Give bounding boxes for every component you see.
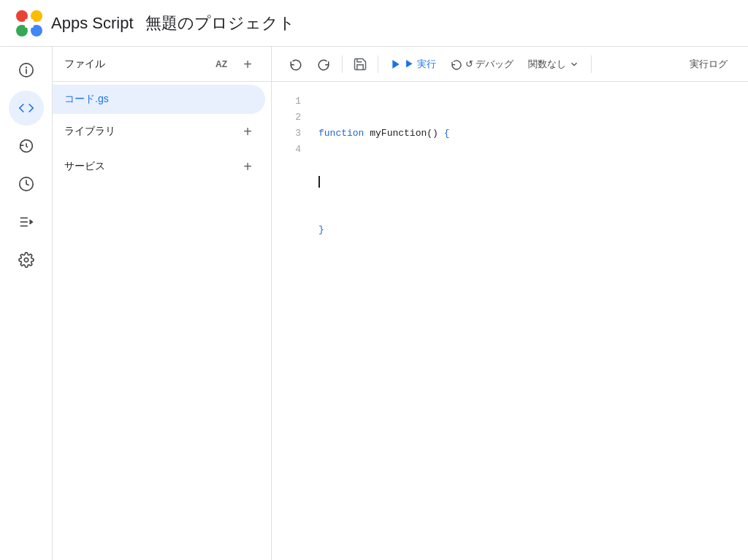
exec-log-button[interactable]: 実行ログ bbox=[681, 53, 736, 76]
main-layout: ファイル AZ + コード.gs ライブラリ + サービス bbox=[0, 47, 748, 560]
add-file-icon: + bbox=[243, 57, 252, 72]
sidebar-item-settings[interactable] bbox=[9, 242, 44, 277]
gear-icon bbox=[18, 252, 34, 268]
line-numbers: 1 2 3 4 bbox=[272, 82, 307, 560]
app-name: Apps Script bbox=[51, 14, 134, 33]
sidebar-item-editor[interactable] bbox=[9, 91, 44, 126]
sidebar-item-run[interactable] bbox=[9, 204, 44, 239]
project-name: 無題のプロジェクト bbox=[145, 12, 295, 34]
sort-az-label: AZ bbox=[215, 59, 227, 69]
line-num-3: 3 bbox=[283, 126, 301, 142]
toolbar-divider-2 bbox=[378, 55, 378, 73]
add-library-icon: + bbox=[243, 124, 252, 139]
toolbar-divider-3 bbox=[591, 55, 592, 73]
editor-area: ▶ 実行 ↺ デバッグ 関数なし 実行ログ bbox=[272, 47, 748, 560]
line-num-2: 2 bbox=[283, 110, 301, 126]
debug-button[interactable]: ↺ デバッグ bbox=[445, 53, 520, 76]
line-num-4: 4 bbox=[283, 142, 301, 158]
code-editor[interactable]: 1 2 3 4 function myFunction() { } bbox=[272, 82, 748, 560]
file-item-code-gs[interactable]: コード.gs bbox=[53, 85, 265, 114]
file-panel: ファイル AZ + コード.gs ライブラリ + サービス bbox=[53, 47, 272, 560]
clock-icon bbox=[18, 176, 34, 192]
exec-log-label: 実行ログ bbox=[690, 58, 728, 69]
fn-name: myFunction() bbox=[364, 126, 443, 142]
debug-icon bbox=[451, 58, 462, 70]
icon-sidebar bbox=[0, 47, 53, 560]
services-section[interactable]: サービス + bbox=[53, 149, 271, 184]
open-bracket: { bbox=[444, 126, 450, 142]
svg-point-12 bbox=[24, 258, 28, 262]
undo-button[interactable] bbox=[283, 53, 308, 76]
toolbar: ▶ 実行 ↺ デバッグ 関数なし 実行ログ bbox=[272, 47, 748, 82]
close-bracket: } bbox=[318, 222, 324, 238]
redo-icon bbox=[317, 58, 330, 71]
logo: Apps Script bbox=[15, 9, 134, 38]
add-service-button[interactable]: + bbox=[236, 155, 259, 178]
apps-script-logo bbox=[15, 9, 44, 38]
sidebar-item-clock[interactable] bbox=[9, 166, 44, 202]
file-panel-title: ファイル bbox=[64, 58, 105, 71]
svg-marker-13 bbox=[392, 60, 399, 69]
sidebar-item-triggers[interactable] bbox=[9, 129, 44, 164]
info-icon bbox=[18, 62, 34, 78]
libraries-label: ライブラリ bbox=[64, 125, 115, 138]
undo-icon bbox=[289, 58, 302, 71]
run-button[interactable]: ▶ 実行 bbox=[384, 53, 442, 76]
save-button[interactable] bbox=[348, 53, 372, 76]
run-label: ▶ 実行 bbox=[405, 58, 436, 71]
line-num-1: 1 bbox=[283, 93, 301, 110]
save-icon bbox=[353, 57, 367, 72]
chevron-down-icon bbox=[569, 59, 579, 69]
file-list: コード.gs ライブラリ + サービス + bbox=[53, 82, 271, 560]
code-line-1: function myFunction() { bbox=[318, 126, 736, 142]
code-content[interactable]: function myFunction() { } bbox=[307, 82, 748, 560]
redo-button[interactable] bbox=[311, 53, 336, 76]
keyword-function: function bbox=[318, 126, 364, 142]
file-panel-header: ファイル AZ + bbox=[53, 47, 271, 82]
function-selector[interactable]: 関数なし bbox=[522, 53, 585, 76]
code-line-3: } bbox=[318, 222, 736, 238]
svg-rect-4 bbox=[25, 19, 34, 28]
play-icon bbox=[390, 58, 402, 70]
history-icon bbox=[18, 138, 34, 154]
libraries-section[interactable]: ライブラリ + bbox=[53, 114, 271, 149]
toolbar-divider-1 bbox=[342, 55, 343, 73]
function-label: 関数なし bbox=[528, 58, 566, 71]
services-label: サービス bbox=[64, 160, 105, 173]
file-panel-actions: AZ + bbox=[210, 53, 259, 76]
code-icon bbox=[18, 100, 34, 116]
text-cursor bbox=[318, 176, 320, 188]
code-line-4 bbox=[318, 270, 736, 286]
add-library-button[interactable]: + bbox=[236, 120, 259, 143]
sidebar-item-info[interactable] bbox=[9, 53, 44, 88]
header: Apps Script 無題のプロジェクト bbox=[0, 0, 748, 47]
add-file-button[interactable]: + bbox=[236, 53, 259, 76]
sort-files-button[interactable]: AZ bbox=[210, 53, 233, 76]
add-service-icon: + bbox=[243, 159, 252, 174]
code-line-2 bbox=[318, 174, 736, 190]
file-item-label: コード.gs bbox=[64, 93, 109, 106]
run-list-icon bbox=[18, 214, 34, 230]
debug-label: ↺ デバッグ bbox=[465, 58, 514, 71]
